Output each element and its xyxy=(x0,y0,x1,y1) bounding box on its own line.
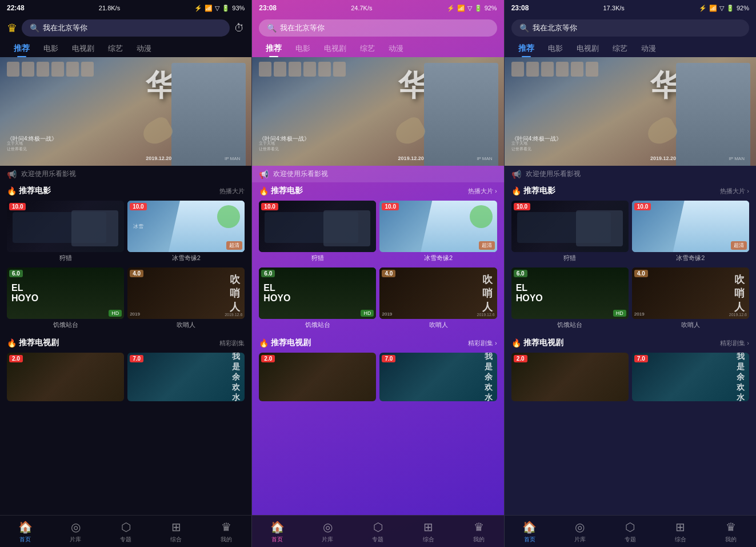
hole-name-3: 饥饿站台 xyxy=(511,319,629,331)
nav-home-2[interactable]: 🏠 首页 xyxy=(252,516,302,547)
mine-label-3: 我的 xyxy=(725,536,737,544)
hole-name-2: 饥饿站台 xyxy=(259,319,376,331)
nav-mine-2[interactable]: ♛ 我的 xyxy=(454,516,504,547)
wifi-icon-3: ▽ xyxy=(719,5,724,12)
movie-card-hole-3[interactable]: ELHOYO 6.0 HD 饥饿站台 xyxy=(511,267,629,331)
nav-tab-variety-3[interactable]: 综艺 xyxy=(606,40,634,57)
announce-bar-2: 📢 欢迎使用乐看影视 xyxy=(252,166,503,182)
movie-card-frozen-2[interactable]: 10.0 超清 冰雪奇缘2 xyxy=(379,201,497,264)
movie-card-whistle-2[interactable]: 吹哨人 4.0 2019 2019.12.6 吹哨人 xyxy=(379,267,497,331)
tv-more-2[interactable]: 精彩剧集 › xyxy=(468,339,497,348)
banner-1[interactable]: 华 《叶问4:终极一战》 立于天地让世界看见 2019.12.20 IP MAN xyxy=(0,57,251,166)
nav-library-1[interactable]: ◎ 片库 xyxy=(50,516,101,547)
movie-card-frozen-3[interactable]: 10.0 超清 冰雪奇缘2 xyxy=(632,201,749,264)
topic-icon-1: ⬡ xyxy=(121,520,131,534)
nav-tab-variety-1[interactable]: 综艺 xyxy=(101,40,130,57)
phone-3: 23:08 17.3K/s ⚡ 📶 ▽ 🔋 92% 🔍 我在北京等你 推荐 电影… xyxy=(505,0,756,547)
nav-tab-tv-1[interactable]: 电视剧 xyxy=(65,40,101,57)
wifi-icon-1: ▽ xyxy=(215,5,219,12)
clock-icon-1[interactable]: ⏱ xyxy=(234,22,245,34)
bottom-nav-3: 🏠 首页 ◎ 片库 ⬡ 专题 ⊞ 综合 ♛ 我的 xyxy=(505,515,756,547)
nav-home-3[interactable]: 🏠 首页 xyxy=(505,516,555,547)
nav-topic-2[interactable]: ⬡ 专题 xyxy=(353,516,403,547)
banner-date-1: 2019.12.20 xyxy=(146,155,171,161)
search-icon-1: 🔍 xyxy=(30,23,39,33)
search-text-1: 我在北京等你 xyxy=(43,23,87,33)
hole-badge-2: HD xyxy=(361,310,374,317)
tv-card-1-1[interactable]: 2.0 xyxy=(7,353,124,401)
nav-tab-movie-1[interactable]: 电影 xyxy=(37,40,65,57)
tv-card-1-2[interactable]: 2.0 xyxy=(259,353,376,401)
movies-more-1[interactable]: 热播大片 xyxy=(219,187,245,195)
whistle-date-2: 2019.12.6 xyxy=(477,313,495,317)
search-box-1[interactable]: 🔍 我在北京等你 xyxy=(22,19,230,37)
nav-tab-tv-3[interactable]: 电视剧 xyxy=(570,40,606,57)
movie-card-whistle-1[interactable]: 吹哨人 4.0 2019 2019.12.6 吹哨人 xyxy=(127,267,245,331)
topic-label-3: 专题 xyxy=(625,536,636,544)
search-box-2[interactable]: 🔍 我在北京等你 xyxy=(259,19,497,37)
nav-mine-3[interactable]: ♛ 我的 xyxy=(706,516,756,547)
tv-header-2: 🔥 推荐电视剧 精彩剧集 › xyxy=(259,338,497,348)
tv-card-2-3[interactable]: 7.0 我是余欢水 xyxy=(632,353,749,401)
battery-icon-3: 🔋 xyxy=(726,5,734,12)
battery-percent-2: 92% xyxy=(485,5,497,11)
nav-topic-3[interactable]: ⬡ 专题 xyxy=(605,516,655,547)
nav-综合-1[interactable]: ⊞ 综合 xyxy=(151,516,201,547)
nav-library-2[interactable]: ◎ 片库 xyxy=(302,516,353,547)
综合-icon-3: ⊞ xyxy=(675,520,685,534)
nav-topic-1[interactable]: ⬡ 专题 xyxy=(101,516,151,547)
banner-hand-1 xyxy=(139,114,175,149)
movie-card-hunt-1[interactable]: 10.0 狩猎 xyxy=(7,201,124,264)
nav-tab-movie-3[interactable]: 电影 xyxy=(541,40,570,57)
nav-tab-anime-3[interactable]: 动漫 xyxy=(634,40,663,57)
nav-综合-2[interactable]: ⊞ 综合 xyxy=(403,516,454,547)
library-label-2: 片库 xyxy=(322,536,333,544)
nav-tab-variety-2[interactable]: 综艺 xyxy=(353,40,382,57)
nav-tab-recommend-3[interactable]: 推荐 xyxy=(511,40,541,57)
tv-more-1[interactable]: 精彩剧集 xyxy=(219,339,245,348)
tv-title-text-1: 推荐电视剧 xyxy=(19,338,59,348)
nav-tab-movie-2[interactable]: 电影 xyxy=(289,40,317,57)
whistle-date-3: 2019.12.6 xyxy=(729,313,747,317)
nav-综合-3[interactable]: ⊞ 综合 xyxy=(655,516,706,547)
home-icon-1: 🏠 xyxy=(18,520,33,534)
banner-3[interactable]: 华 《叶问4:终极一战》 立于天地让世界看见 2019.12.20 IP MAN xyxy=(505,57,756,166)
movie-card-frozen-1[interactable]: 冰雪 10.0 超清 冰雪奇缘2 xyxy=(127,201,245,264)
movie-card-hole-1[interactable]: ELHOYO 6.0 HD 饥饿站台 xyxy=(7,267,124,331)
frozen-badge-2: 超清 xyxy=(479,241,495,250)
tv-title-text-2: 推荐电视剧 xyxy=(271,338,311,348)
nav-home-1[interactable]: 🏠 首页 xyxy=(0,516,50,547)
tv-card-2-1[interactable]: 7.0 我是余欢水 xyxy=(127,353,245,401)
frozen-rating-2: 10.0 xyxy=(382,203,398,210)
tv2-text-1: 我是余欢水 xyxy=(232,353,240,401)
phone-2: 23:08 24.7K/s ⚡ 📶 ▽ 🔋 92% 🔍 我在北京等你 推荐 电影… xyxy=(252,0,503,547)
综合-icon-2: ⊞ xyxy=(423,520,433,534)
movie-card-whistle-3[interactable]: 吹哨人 4.0 2019 2019.12.6 吹哨人 xyxy=(632,267,749,331)
whistle-date-1: 2019.12.6 xyxy=(225,313,242,317)
movie-card-hole-2[interactable]: ELHOYO 6.0 HD 饥饿站台 xyxy=(259,267,376,331)
nav-tab-anime-2[interactable]: 动漫 xyxy=(382,40,410,57)
elhoyo-text-3: ELHOYO xyxy=(516,283,543,303)
elhoyo-text-1: ELHOYO xyxy=(11,283,38,303)
banner-2[interactable]: 华 《叶问4:终极一战》 立于天地让世界看见 2019.12.20 IP MAN xyxy=(252,57,503,166)
search-box-3[interactable]: 🔍 我在北京等你 xyxy=(511,19,749,37)
nav-tab-recommend-2[interactable]: 推荐 xyxy=(259,40,289,57)
movie-card-hunt-2[interactable]: 10.0 狩猎 xyxy=(259,201,376,264)
nav-mine-1[interactable]: ♛ 我的 xyxy=(201,516,251,547)
movies-section-2: 🔥 推荐电影 热播大片 › 10.0 狩猎 xyxy=(252,182,503,334)
tv1-rating-1: 2.0 xyxy=(9,355,23,362)
bluetooth-icon-1: ⚡ xyxy=(194,5,202,12)
tv-card-1-3[interactable]: 2.0 xyxy=(511,353,629,401)
nav-tabs-1: 推荐 电影 电视剧 综艺 动漫 xyxy=(0,40,251,57)
movie-card-hunt-3[interactable]: 10.0 狩猎 xyxy=(511,201,629,264)
nav-tab-tv-2[interactable]: 电视剧 xyxy=(317,40,353,57)
mine-label-2: 我的 xyxy=(473,536,485,544)
tv-more-3[interactable]: 精彩剧集 › xyxy=(720,339,749,348)
nav-tab-anime-1[interactable]: 动漫 xyxy=(130,40,158,57)
tv-card-2-2[interactable]: 7.0 我是余欢水 xyxy=(379,353,497,401)
movies-title-text-1: 推荐电影 xyxy=(19,186,51,196)
movies-more-2[interactable]: 热播大片 › xyxy=(468,187,497,195)
movies-more-3[interactable]: 热播大片 › xyxy=(720,187,749,195)
nav-library-3[interactable]: ◎ 片库 xyxy=(555,516,605,547)
nav-tab-recommend-1[interactable]: 推荐 xyxy=(7,40,37,57)
